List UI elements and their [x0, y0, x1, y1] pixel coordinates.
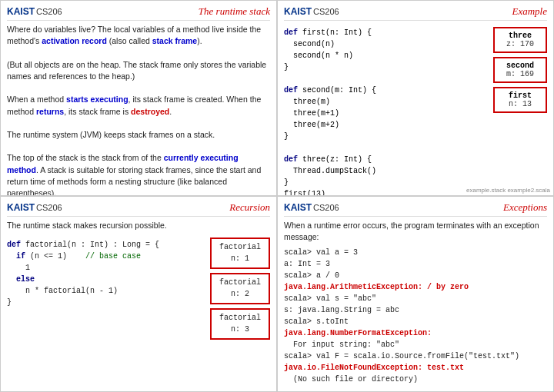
exc-line: scala> a / 0	[284, 270, 547, 281]
exceptions-code: scala> val a = 3 a: Int = 3 scala> a / 0…	[284, 247, 547, 385]
exc-line: For input string: "abc"	[284, 339, 547, 350]
kaist-logo-1: KAIST CS206	[7, 6, 62, 17]
code-line: def second(m: Int) {	[284, 85, 487, 96]
course-label-2: CS206	[313, 7, 339, 16]
stack-title-three: three	[502, 32, 538, 40]
course-label-4: CS206	[313, 203, 339, 212]
example-code: def first(n: Int) { second(n) second(n *…	[284, 27, 487, 196]
kaist-logo-3: KAIST CS206	[7, 202, 62, 213]
exc-line: scala> val a = 3	[284, 247, 547, 258]
code-line: }	[7, 297, 204, 308]
exc-line: s: java.lang.String = abc	[284, 304, 547, 316]
recursion-diagram: factorial n: 1 factorial n: 2 factorial …	[210, 238, 270, 340]
kaist-brand-3: KAIST	[7, 202, 35, 213]
code-line: three(m+1)	[284, 108, 487, 119]
code-line: n * factorial(n - 1)	[7, 285, 204, 297]
stack-diagram: three z: 170 second m: 169 first n: 13	[493, 27, 547, 196]
exc-line: java.io.FileNotFoundException: test.txt	[284, 362, 547, 374]
panel-title-recursion: Recursion	[229, 201, 270, 214]
recursion-code: def factorial(n : Int) : Long = { if (n …	[7, 239, 204, 337]
code-line: def three(z: Int) {	[284, 154, 487, 165]
course-label-1: CS206	[36, 7, 62, 16]
code-line: three(m+2)	[284, 119, 487, 131]
exc-line: (No such file or directory)	[284, 374, 547, 385]
course-label-3: CS206	[36, 203, 62, 212]
code-line: second(n)	[284, 38, 487, 50]
runtime-stack-panel: KAIST CS206 The runtime stack Where do v…	[0, 0, 277, 196]
code-line: second(n * n)	[284, 50, 487, 61]
exc-line: a: Int = 3	[284, 258, 547, 270]
exceptions-intro: When a runtime error occurs, the program…	[284, 220, 547, 243]
rec-title-1: factorial	[219, 242, 261, 254]
rec-val-1: n: 1	[219, 254, 261, 265]
panel-header-example: KAIST CS206 Example	[284, 5, 547, 21]
recursion-panel: KAIST CS206 Recursion The runtime stack …	[0, 196, 277, 392]
code-line: Thread.dumpStack()	[284, 165, 487, 177]
code-line: }	[284, 177, 487, 188]
panel-title-runtime: The runtime stack	[199, 5, 270, 18]
stack-title-first: first	[502, 91, 538, 100]
recursion-content: def factorial(n : Int) : Long = { if (n …	[7, 236, 270, 340]
code-line	[284, 142, 487, 154]
panel-title-exceptions: Exceptions	[503, 201, 547, 214]
code-line: if (n <= 1) // base case	[7, 251, 204, 262]
panel-header-recursion: KAIST CS206 Recursion	[7, 201, 270, 217]
rec-box-2: factorial n: 2	[210, 273, 270, 304]
code-line: }	[284, 131, 487, 142]
example-panel: KAIST CS206 Example def first(n: Int) { …	[277, 0, 554, 196]
code-line: def factorial(n : Int) : Long = {	[7, 239, 204, 251]
panel-header-exceptions: KAIST CS206 Exceptions	[284, 201, 547, 217]
panel-header-runtime: KAIST CS206 The runtime stack	[7, 5, 270, 21]
code-line: first(13)	[284, 188, 487, 196]
runtime-p2: (But all objects are on the heap. The st…	[7, 59, 270, 82]
kaist-logo-2: KAIST CS206	[284, 6, 339, 17]
rec-box-1: factorial n: 1	[210, 238, 270, 269]
stack-val-three: z: 170	[502, 40, 538, 48]
runtime-p4: The runtime system (JVM) keeps stack fra…	[7, 129, 270, 141]
rec-val-3: n: 3	[219, 324, 261, 336]
rec-box-3: factorial n: 3	[210, 308, 270, 340]
panel-title-example: Example	[512, 5, 547, 18]
code-line: 1	[7, 262, 204, 274]
rec-title-3: factorial	[219, 313, 261, 324]
code-line: def first(n: Int) {	[284, 27, 487, 38]
exc-line: scala> s.toInt	[284, 316, 547, 327]
kaist-brand-1: KAIST	[7, 6, 35, 17]
exc-line: scala> val s = "abc"	[284, 293, 547, 304]
exc-line: java.lang.NumberFormatException:	[284, 327, 547, 339]
recursion-body: The runtime stack makes recursion possib…	[7, 220, 270, 340]
example-body: def first(n: Int) { second(n) second(n *…	[284, 24, 547, 196]
exceptions-body: When a runtime error occurs, the program…	[284, 220, 547, 385]
stack-box-second: second m: 169	[493, 57, 547, 83]
code-line: else	[7, 274, 204, 285]
stack-box-three: three z: 170	[493, 27, 547, 53]
example-note: example.stack example2.scala	[466, 187, 550, 194]
stack-title-second: second	[502, 61, 538, 70]
stack-box-first: first n: 13	[493, 87, 547, 113]
rec-title-2: factorial	[219, 277, 261, 289]
exc-line: java.lang.ArithmeticException: / by zero	[284, 281, 547, 293]
runtime-body: Where do variables live? The local varia…	[7, 24, 270, 196]
kaist-logo-4: KAIST CS206	[284, 202, 339, 213]
stack-val-first: n: 13	[502, 100, 538, 108]
exceptions-panel: KAIST CS206 Exceptions When a runtime er…	[277, 196, 554, 392]
exc-line: scala> val F = scala.io.Source.fromFile(…	[284, 350, 547, 362]
rec-val-2: n: 2	[219, 289, 261, 301]
runtime-p3: When a method starts executing, its stac…	[7, 94, 270, 117]
code-line	[284, 73, 487, 85]
code-line: three(m)	[284, 96, 487, 108]
recursion-intro: The runtime stack makes recursion possib…	[7, 220, 270, 231]
kaist-brand-4: KAIST	[284, 202, 312, 213]
kaist-brand-2: KAIST	[284, 6, 312, 17]
runtime-p1: Where do variables live? The local varia…	[7, 24, 270, 47]
code-line: }	[284, 61, 487, 73]
runtime-p5: The top of the stack is the stack from o…	[7, 152, 270, 196]
stack-val-second: m: 169	[502, 70, 538, 78]
